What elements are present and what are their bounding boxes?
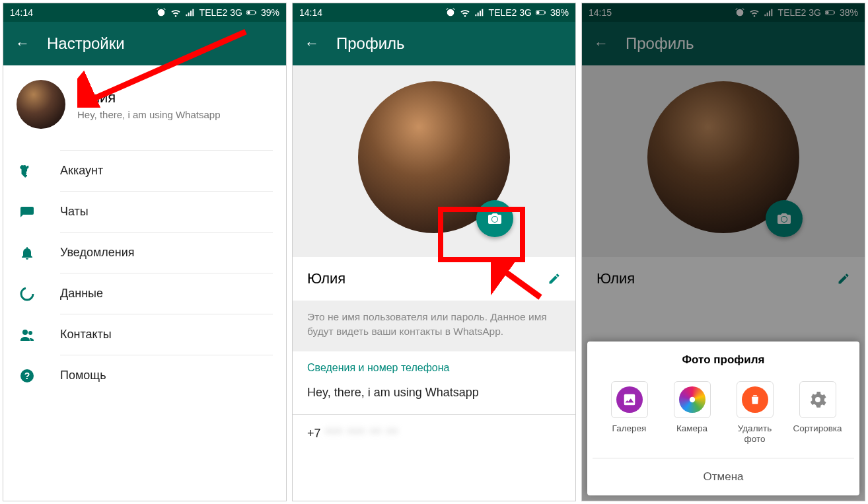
data-icon: [19, 286, 35, 302]
svg-rect-15: [536, 11, 540, 15]
battery-pct: 38%: [550, 7, 569, 18]
status-time: 14:14: [10, 7, 33, 18]
svg-point-20: [689, 396, 694, 402]
screen-profile: 14:14 TELE2 3G 38% ← Профиль Юлия Это не…: [292, 3, 576, 501]
camera-icon: [686, 393, 699, 406]
opt-label: Галерея: [612, 423, 647, 434]
sheet-cancel-button[interactable]: Отмена: [593, 458, 854, 495]
photo-bottom-sheet: Фото профиля Галерея Камера Удалить фото…: [587, 342, 859, 495]
menu-label: Помощь: [60, 369, 106, 382]
svg-text:?: ?: [24, 371, 30, 381]
screen-photo-sheet: 14:15 TELE2 3G 38% ← Профиль Юлия Фото п…: [581, 3, 865, 501]
svg-point-9: [28, 331, 32, 335]
signal-icon: [474, 7, 485, 18]
gallery-icon: [622, 392, 637, 407]
contacts-icon: [19, 327, 35, 343]
profile-row[interactable]: Юлия Hey, there, i am using Whatsapp: [3, 65, 286, 150]
svg-rect-1: [256, 11, 256, 13]
phone-row[interactable]: +7 *** *** ** **: [293, 415, 575, 452]
wifi-icon: [460, 7, 470, 18]
carrier: TELE2 3G: [489, 7, 532, 18]
opt-label: Удалить фото: [727, 423, 783, 445]
menu-label: Данные: [60, 287, 103, 301]
battery-icon: [246, 7, 257, 18]
battery-icon: [536, 7, 546, 18]
option-gallery[interactable]: Галерея: [602, 381, 657, 445]
wifi-icon: [170, 7, 181, 18]
phone-prefix: +7: [307, 427, 321, 440]
screen-settings: 14:14 TELE2 3G 39% ← Настройки Юлия Hey,…: [3, 3, 287, 501]
menu-data[interactable]: Данные: [60, 273, 273, 314]
menu-account[interactable]: Аккаунт: [60, 150, 273, 191]
svg-rect-6: [24, 172, 26, 174]
app-header: ← Профиль: [293, 22, 575, 65]
page-title: Профиль: [336, 34, 405, 53]
gear-icon: [807, 389, 828, 410]
menu-chats[interactable]: Чаты: [60, 191, 273, 232]
trash-icon: [748, 393, 762, 406]
profile-name: Юлия: [77, 89, 221, 106]
opt-label: Сортировка: [793, 423, 842, 434]
about-row[interactable]: Hey, there, i am using Whatsapp: [293, 379, 575, 415]
option-delete[interactable]: Удалить фото: [727, 381, 783, 445]
menu-label: Контакты: [60, 328, 112, 342]
battery-pct: 39%: [261, 7, 279, 18]
svg-point-7: [21, 288, 33, 300]
menu-label: Чаты: [60, 205, 89, 219]
menu-contacts[interactable]: Контакты: [60, 314, 273, 355]
status-bar: 14:14 TELE2 3G 38%: [293, 3, 575, 22]
menu-help[interactable]: ? Помощь: [60, 355, 273, 396]
page-title: Настройки: [47, 34, 125, 53]
option-sort[interactable]: Сортировка: [790, 381, 846, 445]
chat-icon: [19, 204, 35, 220]
change-photo-button[interactable]: [476, 200, 513, 237]
opt-label: Камера: [676, 423, 707, 434]
carrier: TELE2 3G: [199, 7, 242, 18]
camera-icon: [487, 211, 503, 227]
back-icon[interactable]: ←: [15, 35, 30, 52]
svg-rect-5: [24, 175, 27, 176]
name-row[interactable]: Юлия: [293, 257, 575, 301]
status-time: 14:14: [299, 7, 322, 18]
name-hint: Это не имя пользователя или пароль. Данн…: [293, 301, 575, 351]
back-icon[interactable]: ←: [305, 35, 319, 52]
alarm-icon: [156, 7, 166, 18]
app-header: ← Настройки: [3, 22, 286, 65]
phone-hidden: *** *** ** **: [321, 427, 399, 440]
key-icon: [19, 163, 35, 179]
svg-rect-2: [247, 11, 250, 15]
option-camera[interactable]: Камера: [665, 381, 720, 445]
menu-label: Аккаунт: [60, 164, 103, 178]
section-label: Сведения и номер телефона: [293, 351, 575, 379]
name-value: Юлия: [307, 270, 345, 287]
profile-status: Hey, there, i am using Whatsapp: [77, 109, 221, 120]
help-icon: ?: [19, 368, 35, 384]
sheet-title: Фото профиля: [593, 353, 854, 367]
edit-icon[interactable]: [548, 272, 561, 285]
bell-icon: [19, 245, 35, 261]
svg-point-8: [22, 330, 28, 335]
menu-notifications[interactable]: Уведомления: [60, 232, 273, 273]
status-bar: 14:14 TELE2 3G 39%: [3, 3, 286, 22]
profile-photo-area: [293, 65, 575, 257]
signal-icon: [185, 7, 196, 18]
alarm-icon: [445, 7, 456, 18]
svg-rect-14: [545, 11, 546, 13]
avatar[interactable]: [17, 80, 65, 129]
menu-label: Уведомления: [60, 246, 135, 260]
